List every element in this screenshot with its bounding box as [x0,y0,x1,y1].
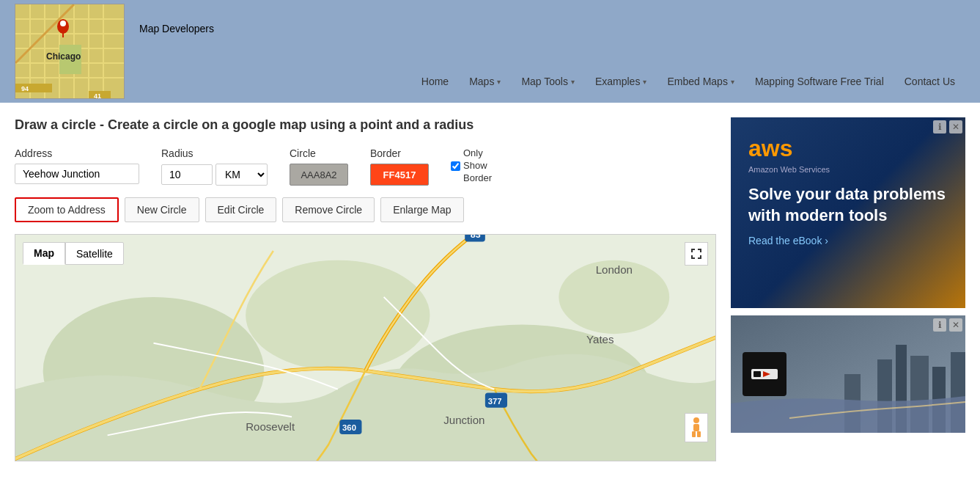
svg-text:Yates: Yates [586,333,614,345]
ad2-logo [743,352,786,396]
ad2-image [731,315,965,433]
enlarge-map-button[interactable]: Enlarge Map [380,197,463,222]
right-panel: ℹ ✕ aws Amazon Web Services Solve your d… [731,117,965,461]
aws-ad-content: aws Amazon Web Services Solve your data … [731,117,965,308]
nav-maps[interactable]: Maps ▾ [459,71,511,92]
svg-text:Chicago: Chicago [46,51,81,62]
svg-text:94: 94 [21,85,29,92]
chicago-map-thumbnail: 94 41 Chicago [15,4,125,99]
address-group: Address [15,147,139,184]
svg-point-19 [60,21,66,26]
only-border-checkbox[interactable] [451,161,460,171]
nav-contact-us[interactable]: Contact Us [894,71,965,92]
svg-rect-23 [693,424,699,431]
aws-logo-subtitle: Amazon Web Services [748,165,948,174]
fullscreen-button[interactable] [685,242,708,266]
satellite-tab[interactable]: Satellite [65,242,124,265]
examples-dropdown-arrow: ▾ [643,78,646,86]
map-tab[interactable]: Map [23,242,65,265]
map-container: Map Satellite [15,234,716,461]
embed-maps-dropdown-arrow: ▾ [731,78,734,86]
buttons-row: Zoom to Address New Circle Edit Circle R… [15,197,716,222]
address-label: Address [15,147,139,159]
nav-mapping-software[interactable]: Mapping Software Free Trial [745,71,894,92]
radius-input[interactable] [161,164,213,185]
svg-rect-24 [692,431,696,437]
svg-text:Junction: Junction [443,414,485,426]
ad2-box: ℹ ✕ [731,315,965,433]
border-color-group: Border FF4517 [370,147,429,186]
page-title: Draw a circle - Create a circle on a goo… [15,117,716,133]
aws-ad-box: ℹ ✕ aws Amazon Web Services Solve your d… [731,117,965,308]
ad2-close-button[interactable]: ✕ [949,318,962,332]
svg-rect-55 [754,371,761,377]
radius-group: Radius KM Miles [161,147,268,186]
header: 94 41 Chicago Map Developers Home Maps ▾ [0,0,980,103]
pegman-button[interactable] [685,413,708,442]
edit-circle-button[interactable]: Edit Circle [205,197,277,222]
svg-rect-25 [697,431,701,437]
svg-point-22 [693,417,699,423]
remove-circle-button[interactable]: Remove Circle [282,197,375,222]
aws-headline: Solve your data problems with modern too… [748,184,948,226]
map-svg: 83 377 360 310 London Yates Roosevelt Ju… [15,235,715,461]
only-border-group: OnlyShowBorder [451,147,492,185]
radius-label: Radius [161,147,268,159]
svg-text:Roosevelt: Roosevelt [246,420,295,433]
nav-examples[interactable]: Examples ▾ [585,71,657,92]
svg-text:377: 377 [488,397,502,406]
aws-ad-controls: ℹ ✕ [933,120,962,134]
aws-ad-info-button[interactable]: ℹ [933,120,946,134]
ad2-content [731,315,965,433]
circle-color-group: Circle AAA8A2 [290,147,348,186]
circle-color-button[interactable]: AAA8A2 [290,164,348,186]
main-nav: Home Maps ▾ Map Tools ▾ Examples ▾ Embed… [411,71,965,103]
nav-home[interactable]: Home [411,71,459,92]
border-color-button[interactable]: FF4517 [370,164,429,186]
form-row: Address Radius KM Miles Circle AAA8A2 [15,147,716,186]
site-title: Map Developers [139,23,214,34]
main-content: Draw a circle - Create a circle on a goo… [0,103,980,476]
maps-dropdown-arrow: ▾ [497,78,501,86]
circle-label: Circle [290,147,348,159]
ad2-info-button[interactable]: ℹ [933,318,946,332]
nav-embed-maps[interactable]: Embed Maps ▾ [657,71,744,92]
nav-map-tools[interactable]: Map Tools ▾ [511,71,585,92]
aws-cta-link[interactable]: Read the eBook › [748,235,948,246]
address-input[interactable] [15,164,139,184]
svg-text:83: 83 [471,235,481,240]
aws-ad-close-button[interactable]: ✕ [949,120,962,134]
map-tabs: Map Satellite [23,242,124,265]
map-tools-dropdown-arrow: ▾ [571,78,575,86]
svg-text:41: 41 [94,92,101,99]
left-panel: Draw a circle - Create a circle on a goo… [15,117,716,461]
zoom-to-address-button[interactable]: Zoom to Address [15,197,119,222]
aws-logo: aws [748,135,792,161]
ad2-controls: ℹ ✕ [933,318,962,332]
border-label: Border [370,147,429,159]
unit-select[interactable]: KM Miles [215,164,268,186]
svg-text:360: 360 [342,423,356,432]
svg-text:London: London [596,263,633,276]
new-circle-button[interactable]: New Circle [125,197,199,222]
